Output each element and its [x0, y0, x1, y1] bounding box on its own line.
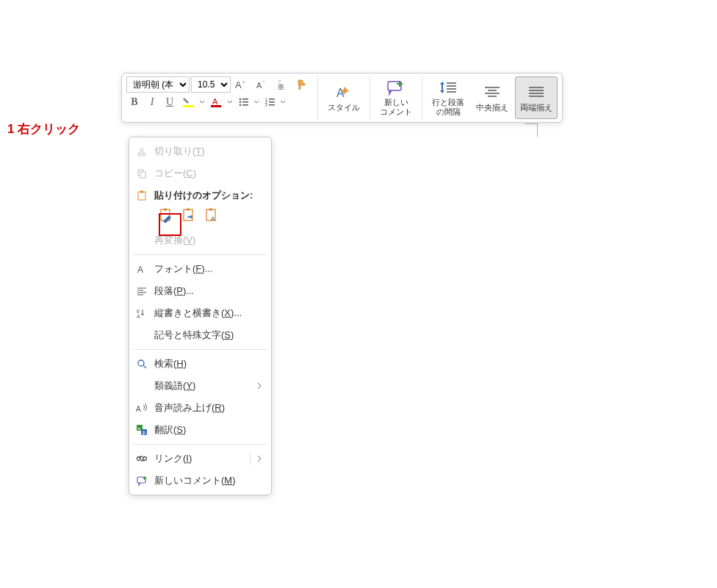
numbered-list-button[interactable]: 123 — [262, 94, 279, 110]
menu-item-symbols[interactable]: 記号と特殊文字(S) — [129, 324, 271, 346]
svg-rect-44 — [140, 191, 143, 193]
svg-text:A: A — [256, 81, 262, 90]
new-comment-icon — [386, 79, 406, 96]
menu-item-read-aloud[interactable]: A 音声読み上げ(R) — [129, 397, 271, 419]
mini-toolbar: 游明朝 (本 10.5 A^ Aˇ ア亜 B I U — [121, 73, 563, 123]
menu-item-new-comment[interactable]: 新しいコメント(M) — [129, 470, 271, 492]
svg-line-60 — [143, 365, 146, 368]
paragraph-icon — [135, 284, 148, 298]
center-align-button[interactable]: 中央揃え — [471, 76, 514, 119]
svg-text:A: A — [136, 405, 141, 413]
menu-item-font[interactable]: A フォント(F)... — [129, 258, 271, 280]
styles-button[interactable]: A スタイル — [323, 76, 365, 119]
svg-text:A: A — [137, 265, 143, 275]
svg-text:A: A — [212, 97, 218, 106]
toolbar-separator — [422, 76, 422, 119]
line-spacing-label: 行と段落の間隔 — [432, 98, 464, 117]
font-size-select[interactable]: 10.5 — [191, 76, 231, 93]
font-color-button[interactable]: A — [207, 94, 226, 110]
cut-icon — [135, 145, 148, 158]
callout-label-1: 1 右クリック — [7, 121, 80, 137]
svg-point-67 — [143, 457, 147, 461]
svg-rect-8 — [211, 105, 221, 107]
search-icon — [135, 357, 148, 370]
menu-item-text-direction[interactable]: IIA 縦書きと横書き(X)... — [129, 302, 271, 324]
svg-rect-16 — [269, 98, 275, 100]
paste-merge-formatting-button[interactable] — [179, 205, 198, 225]
svg-point-11 — [239, 101, 242, 104]
svg-rect-50 — [209, 208, 212, 210]
menu-item-copy: コピー(C) — [129, 162, 271, 184]
svg-rect-18 — [269, 101, 275, 103]
increase-font-button[interactable]: A^ — [232, 76, 251, 93]
new-comment-label: 新しいコメント — [380, 98, 412, 117]
menu-item-translate[interactable]: aあ 翻訳(S) — [129, 419, 271, 441]
chevron-right-icon — [256, 453, 264, 465]
new-comment-button[interactable]: 新しいコメント — [375, 76, 417, 119]
bold-button[interactable]: B — [126, 94, 143, 110]
menu-item-link[interactable]: リンク(I) — [129, 448, 271, 470]
bullet-dropdown-icon[interactable] — [253, 99, 260, 105]
paste-icon — [135, 189, 148, 202]
svg-text:A: A — [211, 215, 215, 222]
format-painter-button[interactable] — [292, 76, 310, 93]
line-spacing-icon — [439, 79, 458, 96]
paste-keep-source-formatting-button[interactable] — [156, 205, 176, 225]
center-align-label: 中央揃え — [476, 103, 508, 112]
justify-align-button[interactable]: 両端揃え — [515, 76, 558, 119]
menu-paste-options-header: 貼り付けのオプション: — [129, 184, 271, 204]
svg-rect-6 — [183, 105, 193, 107]
font-color-dropdown-icon[interactable] — [226, 99, 234, 105]
translate-icon: aあ — [135, 423, 148, 437]
menu-item-cut: 切り取り(T) — [129, 140, 271, 162]
menu-item-search[interactable]: 検索(H) — [129, 353, 271, 375]
read-aloud-icon: A — [135, 401, 148, 415]
svg-point-37 — [138, 153, 141, 156]
styles-label: スタイル — [328, 103, 360, 112]
svg-text:A: A — [235, 79, 242, 90]
menu-item-paragraph[interactable]: 段落(P)... — [129, 280, 271, 302]
font-name-select[interactable]: 游明朝 (本 — [126, 76, 190, 93]
svg-text:A: A — [137, 314, 140, 319]
svg-text:^: ^ — [242, 80, 245, 85]
svg-rect-10 — [242, 98, 248, 100]
context-menu: 切り取り(T) コピー(C) 貼り付けのオプション: A 再変換(V) A フォ… — [129, 137, 272, 495]
italic-button[interactable]: I — [144, 94, 160, 110]
underline-button[interactable]: U — [162, 94, 178, 110]
highlight-color-button[interactable] — [179, 94, 198, 110]
svg-rect-14 — [242, 104, 248, 106]
highlight-dropdown-icon[interactable] — [198, 99, 206, 105]
svg-point-66 — [137, 457, 141, 461]
svg-text:ˇ: ˇ — [263, 80, 265, 85]
menu-item-reconvert: 再変換(V) — [129, 229, 271, 251]
phonetic-guide-button[interactable]: ア亜 — [273, 76, 291, 93]
svg-point-38 — [143, 153, 145, 156]
chevron-right-icon — [256, 381, 264, 392]
justify-align-icon — [527, 84, 546, 101]
font-icon: A — [135, 262, 148, 276]
line-spacing-button[interactable]: 行と段落の間隔 — [427, 76, 469, 119]
comment-icon — [135, 474, 148, 487]
svg-text:3: 3 — [265, 103, 267, 107]
menu-separator — [134, 444, 267, 445]
svg-text:A: A — [336, 87, 345, 99]
svg-point-13 — [239, 104, 242, 107]
toolbar-separator — [317, 76, 318, 119]
svg-rect-47 — [184, 209, 192, 220]
paste-text-only-button[interactable]: A — [201, 205, 221, 225]
numbered-dropdown-icon[interactable] — [279, 99, 287, 105]
svg-text:II: II — [137, 309, 140, 314]
page-corner-mark — [525, 123, 538, 137]
bullet-list-button[interactable] — [235, 94, 253, 110]
justify-align-label: 両端揃え — [520, 103, 552, 112]
paste-options-row: A — [129, 204, 271, 229]
blank-icon — [135, 329, 148, 342]
svg-point-9 — [239, 98, 242, 101]
menu-item-synonyms[interactable]: 類義語(Y) — [129, 375, 271, 397]
link-icon — [135, 452, 148, 465]
blank-icon — [135, 234, 148, 247]
svg-rect-20 — [269, 104, 275, 106]
blank-icon — [135, 379, 148, 392]
decrease-font-button[interactable]: Aˇ — [253, 76, 272, 93]
svg-text:亜: 亜 — [278, 83, 284, 90]
